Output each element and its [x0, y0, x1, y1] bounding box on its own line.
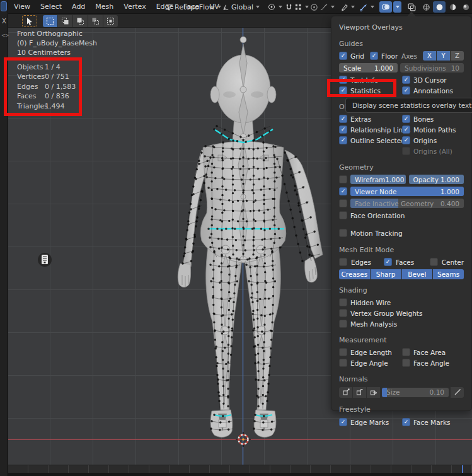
cursor-3d — [236, 432, 251, 447]
menu-view[interactable]: View — [9, 0, 35, 14]
editor-type-icon[interactable] — [1, 1, 7, 11]
checkbox-face-area[interactable] — [402, 348, 410, 356]
shading-solid-button[interactable] — [433, 1, 446, 13]
checkbox-3d-cursor[interactable] — [402, 76, 410, 84]
face-normals-button[interactable] — [367, 387, 380, 398]
shading-material-button[interactable] — [446, 1, 459, 13]
checkbox-viewer-node[interactable] — [339, 187, 347, 195]
axes-segment: X Y Z — [423, 51, 464, 61]
checkbox-face-orientation[interactable] — [339, 211, 347, 219]
vertex-normals-icon — [342, 388, 350, 396]
checkbox-face-angle[interactable] — [402, 359, 410, 367]
axis-x-toggle[interactable]: X — [2, 18, 6, 25]
chevron-down-icon — [371, 6, 374, 8]
select-extend-button[interactable] — [58, 15, 72, 27]
menu-add[interactable]: Add — [67, 0, 90, 14]
prop-edit-circle-icon — [310, 3, 318, 11]
chevron-down-icon — [279, 6, 282, 8]
gizmo-arrow-icon — [359, 3, 368, 11]
row-origins-all: Origins (All) — [339, 146, 464, 156]
blender-window: View Select Add Mesh Vertex Edge Face UV… — [0, 0, 472, 476]
normals-edit-button[interactable] — [451, 387, 464, 398]
menu-select[interactable]: Select — [35, 0, 67, 14]
face-normals-icon — [370, 388, 377, 396]
viewer-node-slider[interactable]: Viewer Node1.000 — [350, 187, 464, 196]
row-edge-angle-face-angle: Edge Angle Face Angle — [339, 357, 464, 368]
wireframe-slider[interactable]: Wirefram1.000 — [350, 175, 406, 184]
shading-mode-group — [420, 0, 472, 14]
checkbox-annotations[interactable] — [402, 86, 410, 95]
shading-wireframe-button[interactable] — [420, 1, 432, 13]
select-box-new-button[interactable] — [43, 15, 57, 27]
checkbox-origins-all[interactable] — [402, 147, 410, 155]
select-invert-button[interactable] — [88, 15, 103, 27]
checkbox-face-marks[interactable] — [402, 418, 410, 426]
region-expander[interactable]: <> — [1, 33, 8, 38]
shading-rendered-button[interactable] — [459, 1, 472, 13]
grid-scale-text: 10 Centimeters — [17, 48, 97, 57]
axis-z-button[interactable]: Z — [451, 51, 464, 61]
checkbox-outline-selected[interactable] — [339, 136, 347, 144]
checkbox-floor[interactable] — [370, 52, 378, 60]
viewport-info-text: Front Orthographic (0) F_uBody_BaseMesh … — [17, 29, 97, 57]
panel-pointer-arrow — [407, 11, 416, 16]
checkbox-hidden-wire[interactable] — [339, 298, 347, 306]
checkbox-motion-tracking[interactable] — [339, 229, 347, 237]
bevel-button[interactable]: Bevel — [402, 269, 433, 279]
select-extend-icon — [61, 17, 69, 25]
overlays-toggle-group — [379, 0, 401, 14]
timeline[interactable] — [8, 465, 472, 473]
fade-inactive-slider[interactable]: Fade Inactive Geometry0.400 — [350, 199, 464, 208]
checkbox-wireframe[interactable] — [339, 175, 347, 183]
checkbox-mesh-analysis[interactable] — [339, 320, 347, 328]
annotate-tool-dropdown[interactable] — [340, 0, 356, 14]
scale-slider[interactable]: Scale1.000 — [339, 63, 398, 73]
tooltip-text: Display scene statistics overlay text. — [352, 102, 472, 109]
checkbox-origins[interactable] — [402, 136, 410, 144]
checkbox-faces[interactable] — [384, 258, 392, 266]
checkbox-motion-paths[interactable] — [402, 125, 410, 134]
retopoflow-dropdown[interactable]: RetopoFlow — [165, 0, 222, 14]
normals-size-slider[interactable]: Size0.10 — [382, 388, 449, 397]
solid-sphere-icon — [435, 3, 444, 11]
checkbox-edge-marks[interactable] — [339, 418, 347, 426]
select-intersect-button[interactable] — [103, 15, 118, 27]
menu-mesh[interactable]: Mesh — [90, 0, 118, 14]
checkbox-relationship-lines[interactable] — [339, 125, 347, 134]
chevron-down-icon — [331, 6, 335, 8]
snap-controls[interactable] — [285, 0, 310, 14]
globe-axis-icon — [222, 3, 230, 11]
overlays-toggle[interactable] — [379, 1, 392, 13]
snap-target-icon — [294, 3, 302, 11]
menu-vertex[interactable]: Vertex — [118, 0, 151, 14]
seams-button[interactable]: Seams — [433, 269, 464, 279]
checkbox-vertex-group-weights[interactable] — [339, 309, 347, 317]
vertex-normals-button[interactable] — [339, 387, 352, 398]
pivot-point-dropdown[interactable] — [267, 0, 284, 14]
checkbox-fade-inactive[interactable] — [339, 199, 347, 207]
proportional-edit-controls[interactable] — [310, 0, 336, 14]
checkbox-center[interactable] — [430, 258, 438, 266]
opacity-slider[interactable]: Opacity1.000 — [409, 175, 464, 184]
row-wireframe-opacity: Wirefram1.000 Opacity1.000 — [339, 174, 464, 185]
checkbox-edges[interactable] — [339, 258, 347, 266]
checkbox-grid[interactable] — [339, 52, 347, 60]
select-subtract-button[interactable] — [73, 15, 88, 27]
checkbox-edge-length[interactable] — [339, 348, 347, 356]
active-tool-tweak-button[interactable] — [22, 15, 37, 27]
funnel-icon — [165, 3, 173, 11]
row-freestyle-marks: Edge Marks Face Marks — [339, 417, 464, 427]
gizmos-toggle[interactable] — [359, 0, 376, 14]
axis-y-button[interactable]: Y — [437, 51, 450, 61]
overlays-dropdown[interactable] — [393, 1, 401, 13]
material-sphere-icon — [449, 3, 457, 11]
split-normals-button[interactable] — [353, 387, 366, 398]
axis-x-button[interactable]: X — [423, 51, 436, 61]
sharp-button[interactable]: Sharp — [371, 269, 401, 279]
transform-orientation-dropdown[interactable]: Global — [222, 0, 261, 14]
checkbox-edge-angle[interactable] — [339, 359, 347, 367]
checkbox-extras[interactable] — [339, 115, 347, 123]
checkbox-bones[interactable] — [402, 115, 410, 123]
subdivisions-slider[interactable]: Subdivisions10 — [400, 63, 464, 73]
creases-button[interactable]: Creases — [339, 269, 370, 279]
